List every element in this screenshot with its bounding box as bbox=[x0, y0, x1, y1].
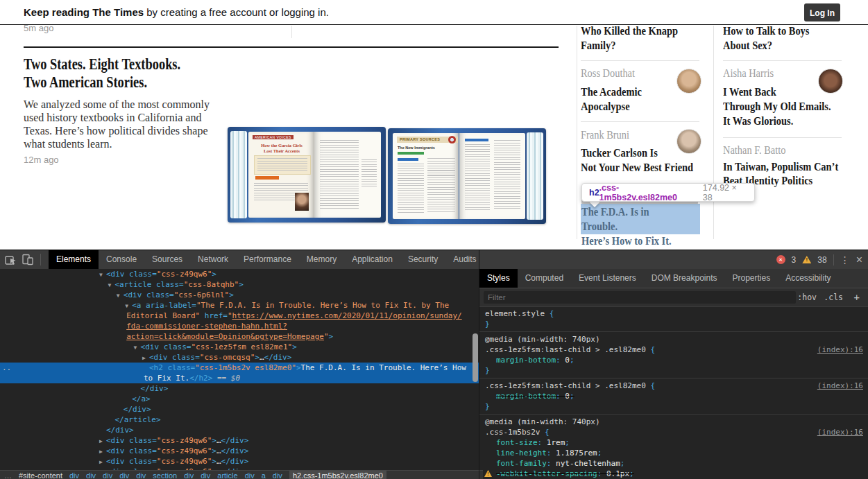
opinion-author[interactable]: Nathan F. Batto bbox=[723, 144, 792, 157]
breadcrumb-item[interactable]: article bbox=[217, 471, 237, 479]
stylesheet-link[interactable]: (index):16 bbox=[817, 345, 863, 355]
breadcrumb-item[interactable]: div bbox=[69, 471, 79, 479]
stylesheet-link[interactable]: (index):16 bbox=[817, 427, 863, 437]
css-rule-line[interactable]: } bbox=[479, 401, 868, 412]
css-rule-line[interactable]: @media (min-width: 740px) bbox=[479, 417, 868, 427]
elements-tree-row[interactable]: </a> bbox=[0, 394, 479, 404]
elements-tree-row[interactable]: </div> bbox=[0, 425, 479, 435]
collapsed-arrow-icon[interactable]: ▶ bbox=[99, 457, 106, 467]
expanded-arrow-icon[interactable]: ▼ bbox=[108, 280, 114, 290]
author-avatar[interactable] bbox=[676, 69, 701, 94]
breadcrumb-item[interactable]: div bbox=[273, 471, 282, 479]
breadcrumb-item[interactable]: #site-content bbox=[19, 471, 62, 479]
elements-tree-row[interactable]: ▼<div class="css-z49qw6"> bbox=[0, 269, 479, 279]
breadcrumb-item[interactable]: div bbox=[245, 471, 255, 479]
elements-tree-row[interactable]: </article> bbox=[0, 415, 479, 425]
elements-tree-row[interactable]: </div> bbox=[0, 383, 479, 394]
elements-tree-row[interactable]: Editorial Board" href="https://www.nytim… bbox=[0, 311, 479, 321]
opinion-author[interactable]: Ross Douthat bbox=[581, 67, 641, 80]
expanded-arrow-icon[interactable]: ▼ bbox=[134, 342, 141, 353]
login-button[interactable]: Log In bbox=[804, 3, 840, 21]
elements-tree-row[interactable]: ▼<div class="css-6p6lnl"> bbox=[0, 290, 479, 300]
hover-state-toggle[interactable]: :hov bbox=[797, 288, 817, 306]
tab-network[interactable]: Network bbox=[190, 250, 236, 269]
collapsed-arrow-icon[interactable]: ▶ bbox=[99, 446, 106, 457]
expanded-arrow-icon[interactable]: ▼ bbox=[117, 290, 124, 301]
collapsed-arrow-icon[interactable]: ▶ bbox=[142, 353, 149, 363]
tab-memory[interactable]: Memory bbox=[299, 250, 344, 269]
expanded-arrow-icon[interactable]: ▼ bbox=[125, 301, 132, 311]
inspected-element-highlight: The F.D.A. Is in Trouble. Here’s How to … bbox=[581, 204, 700, 234]
elements-tree-row[interactable]: fda-commissioner-stephen-hahn.html? bbox=[0, 321, 479, 331]
css-rule-line[interactable]: } bbox=[479, 365, 868, 376]
styles-filter-input[interactable] bbox=[484, 291, 796, 304]
tab-dom-breakpoints[interactable]: DOM Breakpoints bbox=[644, 269, 725, 288]
breadcrumb-item[interactable]: a bbox=[262, 471, 266, 479]
breadcrumb-item[interactable]: div bbox=[103, 471, 112, 479]
opinion-headline[interactable]: The Academic Apocalypse bbox=[581, 85, 652, 114]
elements-tree-row[interactable]: to Fix It.</h2> == $0 bbox=[0, 373, 479, 383]
devtools-panel: Elements Console Sources Network Perform… bbox=[0, 250, 868, 479]
css-rule-line[interactable]: font-family: nyt-cheltenham; bbox=[479, 458, 868, 469]
tab-console[interactable]: Console bbox=[99, 250, 144, 269]
elements-tree-row[interactable]: ..<h2 class="css-1m5bs2v esl82me0">The F… bbox=[0, 363, 479, 373]
book-chapter-title: How the Garcia Girls Lost Their Accents bbox=[251, 143, 312, 153]
opinion-headline[interactable]: Tucker Carlson Is Not Your New Best Frie… bbox=[581, 146, 713, 175]
article-title[interactable]: Two States. Eight Textbooks. Two America… bbox=[24, 55, 220, 92]
elements-tree-row[interactable]: ▶<div class="css-z49qw6">…</div> bbox=[0, 446, 479, 456]
css-rule-line[interactable]: line-height: 1.1875rem; bbox=[479, 448, 868, 458]
tab-event-listeners[interactable]: Event Listeners bbox=[571, 269, 644, 288]
opinion-headline[interactable]: I Went Back Through My Old Emails. It Wa… bbox=[723, 85, 850, 128]
css-rule-line[interactable]: } bbox=[479, 319, 868, 329]
tab-styles[interactable]: Styles bbox=[479, 269, 518, 288]
elements-tree-row[interactable]: action=click&module=Opinion&pgtype=Homep… bbox=[0, 331, 479, 342]
inspect-element-icon[interactable] bbox=[5, 254, 17, 265]
class-toggle[interactable]: .cls bbox=[824, 288, 843, 306]
breadcrumb-item[interactable]: div bbox=[86, 471, 96, 479]
elements-scrollbar[interactable] bbox=[473, 333, 478, 382]
css-rule-line[interactable]: margin-bottom: 0; bbox=[479, 355, 868, 365]
elements-tree-row[interactable]: ▼<article class="css-8atqhb"> bbox=[0, 279, 479, 290]
expanded-arrow-icon[interactable]: ▼ bbox=[99, 270, 106, 280]
css-rule-line[interactable]: @media (min-width: 740px) bbox=[479, 334, 868, 345]
breadcrumb-item[interactable]: div bbox=[136, 471, 146, 479]
elements-tree-row[interactable]: ▼<a aria-label="The F.D.A. Is in Trouble… bbox=[0, 300, 479, 311]
elements-tree-row[interactable]: ▼<div class="css-1ez5fsm esl82me1"> bbox=[0, 342, 479, 352]
collapsed-arrow-icon[interactable]: ▶ bbox=[99, 436, 106, 446]
new-style-rule-icon[interactable]: + bbox=[854, 288, 860, 306]
css-rule-line[interactable]: .css-1m5bs2v {(index):16 bbox=[479, 427, 868, 437]
tab-security[interactable]: Security bbox=[400, 250, 445, 269]
elements-tree-row[interactable]: ▶<div class="css-z49qw6">…</div> bbox=[0, 435, 479, 446]
textbook-photo-left[interactable]: AMERICAN VOICES How the Garcia Girls Los… bbox=[228, 127, 386, 223]
opinion-author[interactable]: Frank Bruni bbox=[581, 129, 635, 141]
css-rule-line[interactable]: !-webkit-letter-spacing: 0.1px; bbox=[479, 469, 868, 479]
tab-elements[interactable]: Elements bbox=[49, 250, 99, 269]
breadcrumb-item[interactable]: div bbox=[184, 471, 194, 479]
elements-tree-row[interactable]: ▶<div class="css-omcqsq">…</div> bbox=[0, 352, 479, 363]
css-rule-line[interactable]: font-size: 1rem; bbox=[479, 437, 868, 448]
elements-tree-row[interactable]: </div> bbox=[0, 404, 479, 415]
elements-tree-row[interactable]: ▶<div class="css-z49qw6">…</div> bbox=[0, 456, 479, 467]
breadcrumb-item[interactable]: div bbox=[119, 471, 129, 479]
css-rule-line[interactable]: .css-1ez5fsm:last-child > .esl82me0 {(in… bbox=[479, 381, 868, 391]
highlighted-headline[interactable]: The F.D.A. Is in Trouble. Here’s How to … bbox=[581, 204, 700, 248]
stylesheet-link[interactable]: (index):16 bbox=[817, 381, 863, 391]
css-rule-line[interactable]: .css-1ez5fsm:last-child > .esl82me0 {(in… bbox=[479, 345, 868, 355]
tab-computed[interactable]: Computed bbox=[518, 269, 571, 288]
breadcrumb-item[interactable]: section bbox=[153, 471, 177, 479]
opinion-headline[interactable]: How to Talk to Boys About Sex? bbox=[723, 24, 824, 53]
opinion-author[interactable]: Aisha Harris bbox=[723, 67, 779, 80]
breadcrumb-item[interactable]: h2.css-1m5bs2v.esl82me0 bbox=[289, 471, 386, 479]
breadcrumb-item[interactable]: … bbox=[4, 471, 12, 479]
tab-application[interactable]: Application bbox=[344, 250, 400, 269]
device-toolbar-icon[interactable] bbox=[22, 254, 34, 265]
tab-performance[interactable]: Performance bbox=[236, 250, 299, 269]
breadcrumb-item[interactable]: div bbox=[201, 471, 210, 479]
opinion-headline[interactable]: Who Killed the Knapp Family? bbox=[581, 24, 695, 53]
tab-sources[interactable]: Sources bbox=[144, 250, 190, 269]
tab-accessibility[interactable]: Accessibility bbox=[778, 269, 838, 288]
tab-properties[interactable]: Properties bbox=[724, 269, 778, 288]
css-rule-line[interactable]: element.style { bbox=[479, 308, 868, 319]
css-rule-line[interactable]: margin-bottom: 0; bbox=[479, 391, 868, 401]
textbook-photo-right[interactable]: PRIMARY SOURCES The New Immigrants bbox=[388, 128, 546, 224]
